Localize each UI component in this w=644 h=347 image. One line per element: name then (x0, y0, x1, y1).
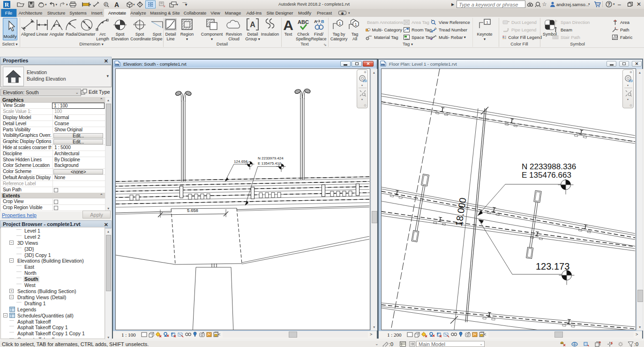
svg-text:123.173: 123.173 (536, 261, 569, 272)
svg-text:124.658: 124.658 (234, 159, 247, 164)
svg-text:A: A (314, 19, 317, 24)
svg-text:P: P (105, 3, 107, 6)
svg-text:E 135475.410: E 135475.410 (258, 161, 281, 166)
svg-text:RVT: RVT (116, 64, 120, 66)
svg-text:1: 1 (338, 21, 341, 26)
svg-text:1: 1 (354, 22, 357, 27)
svg-text:A: A (250, 21, 255, 29)
svg-text:2D: 2D (363, 79, 367, 83)
svg-text:A: A (283, 19, 293, 31)
svg-text:RVT: RVT (382, 64, 385, 66)
svg-text:E 135476.663: E 135476.663 (522, 171, 571, 180)
svg-text:?: ? (607, 2, 610, 7)
svg-text:B: B (321, 19, 324, 24)
svg-text:ABC: ABC (298, 19, 309, 25)
svg-text:1: 1 (486, 20, 488, 24)
svg-text:2D: 2D (629, 79, 633, 83)
svg-text:5.658: 5.658 (187, 208, 198, 213)
svg-text:N 2233988.336: N 2233988.336 (522, 162, 576, 171)
svg-text:R: R (4, 1, 9, 8)
svg-text:N 2233979.424: N 2233979.424 (258, 156, 284, 160)
